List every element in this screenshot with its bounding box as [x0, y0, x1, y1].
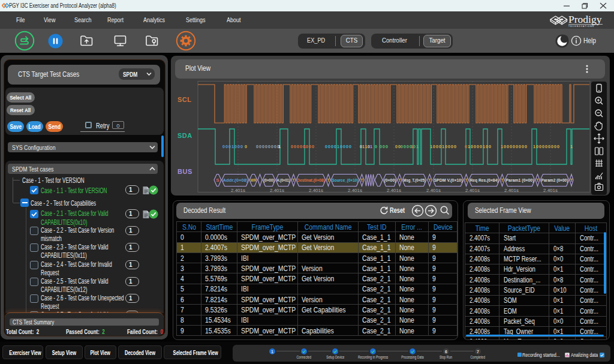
- svg-text:2.401s: 2.401s: [348, 188, 362, 193]
- svg-text:T: T: [292, 178, 295, 183]
- svg-text:0: 0: [375, 144, 378, 149]
- svg-text:2.401s: 2.401s: [309, 188, 323, 193]
- svg-text:Addr.(0×08): Addr.(0×08): [223, 178, 248, 183]
- svg-text:1: 1: [570, 144, 573, 149]
- svg-text:2.401s: 2.401s: [231, 188, 245, 193]
- svg-text:2.401s: 2.401s: [504, 188, 519, 193]
- svg-text:(0×00): (0×00): [264, 178, 275, 183]
- svg-text:1: 1: [416, 144, 419, 149]
- svg-text:T: T: [360, 178, 363, 183]
- svg-text:10000100: 10000100: [468, 144, 492, 149]
- svg-text:7: 7: [477, 349, 479, 353]
- svg-text:00000000: 00000000: [256, 144, 280, 149]
- svg-text:Source_(0×10): Source_(0×10): [332, 178, 359, 183]
- svg-text:Param1 (0×00): Param1 (0×00): [506, 178, 534, 183]
- svg-text:2.401s: 2.401s: [543, 188, 558, 193]
- svg-text:WR: WR: [251, 178, 257, 183]
- svg-text:(0×00): (0×00): [384, 178, 396, 183]
- svg-text:SPDM V.(0×10): SPDM V.(0×10): [434, 178, 463, 183]
- svg-text:0001000: 0001000: [222, 144, 243, 149]
- svg-text:2.401s: 2.401s: [465, 188, 480, 193]
- svg-text:1: 1: [370, 144, 373, 149]
- svg-text:Destinat.(0×08): Destinat.(0×08): [297, 178, 325, 183]
- svg-text:T: T: [536, 178, 539, 183]
- svg-text:0: 0: [245, 144, 248, 149]
- svg-text:H.(0×01): H.(0×01): [277, 178, 290, 183]
- svg-text:T: T: [465, 178, 468, 183]
- svg-text:S: S: [216, 178, 219, 183]
- svg-text:Req Res.(0×84): Req Res.(0×84): [470, 178, 499, 183]
- svg-text:T: T: [327, 178, 330, 183]
- svg-text:T: T: [501, 178, 504, 183]
- svg-text:Param2 (0×00): Param2 (0×00): [541, 178, 568, 183]
- svg-text:2.401s: 2.401s: [387, 188, 401, 193]
- svg-text:000: 000: [306, 144, 315, 149]
- svg-text:T: T: [428, 178, 431, 183]
- svg-text:1: 1: [271, 349, 273, 353]
- svg-text:1: 1: [278, 144, 281, 149]
- svg-text:T: T: [398, 178, 401, 183]
- svg-text:Msg_T.(0×05): Msg_T.(0×05): [404, 178, 426, 183]
- svg-text:T: T: [570, 178, 573, 183]
- svg-text:000: 000: [380, 144, 389, 149]
- svg-text:2.401s: 2.401s: [270, 188, 284, 193]
- svg-text:100010000: 100010000: [430, 144, 457, 149]
- svg-text:000010000: 000010000: [325, 144, 352, 149]
- svg-text:100000000: 100000000: [501, 144, 528, 149]
- svg-text:100000000: 100000000: [533, 144, 560, 149]
- svg-text:2.401s: 2.401s: [426, 188, 441, 193]
- svg-text:6: 6: [445, 349, 447, 353]
